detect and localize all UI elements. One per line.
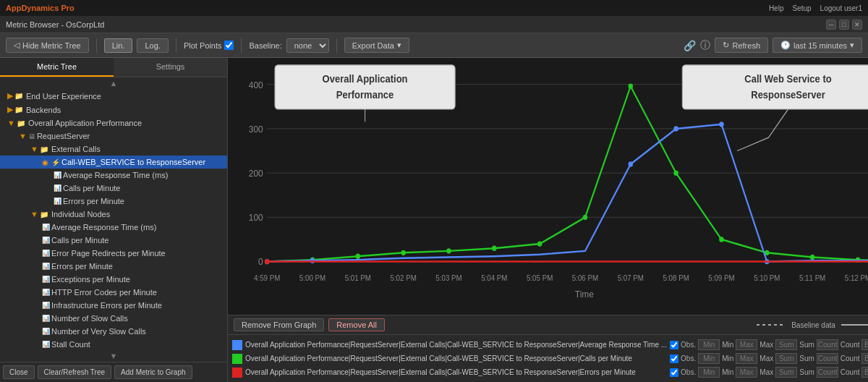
max-input-1[interactable] (736, 339, 757, 350)
tree-item-call-webservice[interactable]: ◉ ⚡ Call-WEB_SERVICE to ResponseServer (0, 156, 227, 169)
tree-item-individual-nodes[interactable]: ▼ 📁 Individual Nodes (0, 208, 227, 221)
svg-text:5:08 PM: 5:08 PM (663, 274, 689, 283)
svg-text:5:12 PM: 5:12 PM (845, 274, 868, 283)
add-metric-button[interactable]: Add Metric to Graph (114, 365, 192, 379)
min-input-2[interactable] (698, 353, 720, 364)
min-input-1[interactable] (698, 339, 720, 350)
remove-from-graph-button[interactable]: Remove From Graph (234, 318, 324, 331)
chart-svg: 400 300 200 100 0 4:59 PM 5:00 PM 5:01 P… (228, 58, 868, 315)
tree-item-avg-response-2[interactable]: 📊 Average Response Time (ms) (0, 221, 227, 234)
scroll-down-arrow[interactable]: ▼ (0, 350, 227, 362)
tree-item-end-user-experience[interactable]: ▶ 📁 End User Experience (0, 89, 227, 103)
obs-label-2: Obs. (681, 355, 696, 362)
legend-controls-2: Obs. Min Max Sum Count Base 📈 (670, 353, 868, 364)
metric-icon1: 📊 (54, 171, 61, 179)
base-input-1[interactable] (861, 339, 868, 350)
obs-label-3: Obs. (681, 368, 696, 376)
svg-point-46 (719, 122, 723, 127)
info-icon[interactable]: ⓘ (700, 39, 710, 52)
sum-input-2[interactable] (775, 353, 797, 364)
minimize-button[interactable]: ─ (826, 20, 836, 30)
sum-input-1[interactable] (775, 339, 797, 350)
server-icon: 🖥 (28, 132, 35, 140)
sum-input-3[interactable] (775, 367, 797, 378)
separator3 (241, 38, 242, 53)
legend-cb-1[interactable] (670, 341, 678, 349)
baseline-label: Baseline: (249, 41, 281, 50)
svg-text:Call Web Service to: Call Web Service to (744, 73, 831, 85)
tab-metric-tree[interactable]: Metric Tree (0, 58, 114, 77)
setup-link[interactable]: Setup (792, 4, 811, 12)
max-label-3: Max (760, 368, 773, 376)
svg-point-39 (810, 255, 814, 260)
hide-metric-tree-button[interactable]: ◁ Hide Metric Tree (6, 38, 89, 53)
help-link[interactable]: Help (769, 4, 784, 12)
count-input-2[interactable] (817, 353, 838, 364)
baseline-select[interactable]: none (286, 38, 329, 53)
svg-rect-51 (275, 65, 455, 109)
max-label-1: Max (760, 341, 773, 349)
metric-line-indicator (841, 324, 868, 326)
tree-item-very-slow-calls[interactable]: 📊 Number of Very Slow Calls (0, 325, 227, 338)
tree-item-stall-count[interactable]: 📊 Stall Count (0, 338, 227, 350)
count-input-3[interactable] (817, 367, 838, 378)
log-button[interactable]: Log. (137, 38, 168, 53)
count-input-1[interactable] (817, 339, 838, 350)
metric-icon5: 📊 (42, 237, 50, 244)
tree-item-requestserver[interactable]: ▼ 🖥 RequestServer (0, 130, 227, 143)
svg-text:Performance: Performance (336, 89, 394, 101)
lin-button[interactable]: Lin. (104, 38, 133, 53)
svg-text:5:02 PM: 5:02 PM (391, 274, 417, 283)
min-input-3[interactable] (698, 367, 720, 378)
folder-icon2: 📁 (14, 92, 23, 100)
max-input-2[interactable] (736, 353, 757, 364)
svg-text:5:07 PM: 5:07 PM (618, 274, 644, 283)
legend-cb-2[interactable] (670, 355, 678, 363)
tree-item-errors-per-min-1[interactable]: 📊 Errors per Minute (0, 195, 227, 208)
metric-icon12: 📊 (42, 328, 50, 335)
baseline-label: Baseline data (791, 321, 835, 329)
tree-item-calls-per-min-1[interactable]: 📊 Calls per Minute (0, 182, 227, 195)
sum-label-3: Sum (799, 368, 814, 376)
time-range-button[interactable]: 🕐 last 15 minutes ▾ (773, 38, 862, 53)
tree-item-avg-response-1[interactable]: 📊 Average Response Time (ms) (0, 169, 227, 182)
separator2 (176, 38, 176, 53)
legend-color-1 (232, 340, 242, 350)
metric-icon6: 📊 (42, 250, 50, 257)
logout-link[interactable]: Logout user1 (820, 4, 862, 12)
legend-cb-3[interactable] (670, 368, 678, 377)
tree-item-error-page-redirects[interactable]: 📊 Error Page Redirects per Minute (0, 247, 227, 260)
refresh-button[interactable]: ↻ Refresh (715, 38, 768, 53)
max-label-2: Max (760, 355, 773, 362)
tree-item-errors-per-min-2[interactable]: 📊 Errors per Minute (0, 260, 227, 273)
svg-text:5:04 PM: 5:04 PM (481, 274, 507, 283)
export-data-button[interactable]: Export Data ▾ (344, 38, 409, 53)
plot-points-checkbox[interactable] (224, 41, 234, 50)
tree-item-calls-per-min-2[interactable]: 📊 Calls per Minute (0, 234, 227, 247)
metric-icon2: 📊 (54, 184, 61, 192)
remove-all-button[interactable]: Remove All (328, 318, 385, 331)
maximize-button[interactable]: □ (839, 20, 849, 30)
sidebar-bottom-actions: Close Clear/Refresh Tree Add Metric to G… (0, 362, 227, 382)
svg-point-30 (401, 250, 405, 255)
base-input-3[interactable] (861, 367, 868, 378)
tree-item-slow-calls[interactable]: 📊 Number of Slow Calls (0, 312, 227, 325)
clear-refresh-button[interactable]: Clear/Refresh Tree (38, 365, 111, 379)
tab-settings[interactable]: Settings (114, 58, 227, 77)
tree-item-http-errors[interactable]: 📊 HTTP Error Codes per Minute (0, 286, 227, 299)
main-layout: Metric Tree Settings ▲ ▶ 📁 End User Expe… (0, 58, 868, 382)
tree-item-backends[interactable]: ▶ 📁 Backends (0, 103, 227, 116)
close-button[interactable]: Close (3, 365, 35, 379)
max-input-3[interactable] (736, 367, 757, 378)
tree-item-infra-errors[interactable]: 📊 Infrastructure Errors per Minute (0, 299, 227, 312)
tree-item-external-calls[interactable]: ▼ 📁 External Calls (0, 143, 227, 156)
scroll-up-arrow[interactable]: ▲ (0, 77, 227, 89)
link-icon[interactable]: 🔗 (684, 40, 696, 51)
folder-icon: ▶ (7, 91, 13, 101)
base-input-2[interactable] (861, 353, 868, 364)
svg-text:5:00 PM: 5:00 PM (299, 274, 326, 283)
tree-item-overall[interactable]: ▼ 📁 Overall Application Performance (0, 116, 227, 130)
tree-item-exceptions[interactable]: 📊 Exceptions per Minute (0, 273, 227, 286)
close-button[interactable]: ✕ (852, 20, 862, 30)
window-controls: ─ □ ✕ (826, 20, 862, 30)
